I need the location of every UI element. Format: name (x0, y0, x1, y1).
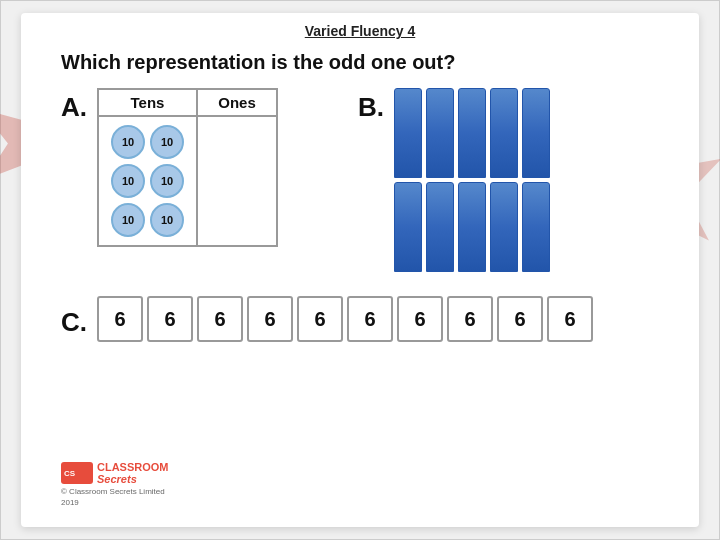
logo-classroom-text: CLASSROOM (97, 461, 169, 473)
question-text: Which representation is the odd one out? (21, 43, 699, 74)
option-a: A. Tens Ones 10 10 (61, 84, 278, 247)
circles-grid: 10 10 10 10 10 10 (107, 121, 188, 241)
classroom-logo-icon: CS (61, 462, 93, 484)
option-c-label: C. (61, 299, 87, 335)
circle-4: 10 (150, 164, 184, 198)
c-box-8: 6 (447, 296, 493, 342)
svg-text:CS: CS (64, 469, 76, 478)
c-box-6: 6 (347, 296, 393, 342)
table-header-tens: Tens (98, 89, 197, 116)
logo-secrets-text: Secrets (97, 473, 169, 485)
option-b: B. (358, 84, 550, 272)
c-box-9: 6 (497, 296, 543, 342)
circle-5: 10 (111, 203, 145, 237)
table-cell-ones (197, 116, 277, 246)
bar-10 (522, 182, 550, 272)
table-cell-tens: 10 10 10 10 10 10 (98, 116, 197, 246)
c-box-7: 6 (397, 296, 443, 342)
bar-4 (490, 88, 518, 178)
table-header-ones: Ones (197, 89, 277, 116)
bar-7 (426, 182, 454, 272)
footer: CS CLASSROOM Secrets © Classroom Secrets… (61, 461, 169, 507)
bars-grid (394, 88, 550, 272)
bar-1 (394, 88, 422, 178)
main-card: Varied Fluency 4 Which representation is… (21, 13, 699, 527)
options-ab-area: A. Tens Ones 10 10 (21, 74, 699, 272)
bar-2 (426, 88, 454, 178)
option-a-label: A. (61, 84, 87, 120)
option-b-label: B. (358, 84, 384, 120)
circle-6: 10 (150, 203, 184, 237)
option-c-boxes: 6 6 6 6 6 6 6 6 6 6 (97, 296, 593, 342)
footer-copyright: © Classroom Secrets Limited (61, 487, 165, 496)
circle-3: 10 (111, 164, 145, 198)
c-box-10: 6 (547, 296, 593, 342)
circle-2: 10 (150, 125, 184, 159)
c-box-1: 6 (97, 296, 143, 342)
page-wrapper: Varied Fluency 4 Which representation is… (0, 0, 720, 540)
option-c: C. 6 6 6 6 6 6 6 6 6 6 (21, 272, 699, 342)
c-box-4: 6 (247, 296, 293, 342)
c-box-3: 6 (197, 296, 243, 342)
footer-year: 2019 (61, 498, 79, 507)
c-box-2: 6 (147, 296, 193, 342)
card-title: Varied Fluency 4 (21, 13, 699, 43)
bar-5 (522, 88, 550, 178)
bar-3 (458, 88, 486, 178)
bar-8 (458, 182, 486, 272)
bar-9 (490, 182, 518, 272)
circle-1: 10 (111, 125, 145, 159)
bar-6 (394, 182, 422, 272)
place-value-table: Tens Ones 10 10 10 10 (97, 88, 278, 247)
c-box-5: 6 (297, 296, 343, 342)
